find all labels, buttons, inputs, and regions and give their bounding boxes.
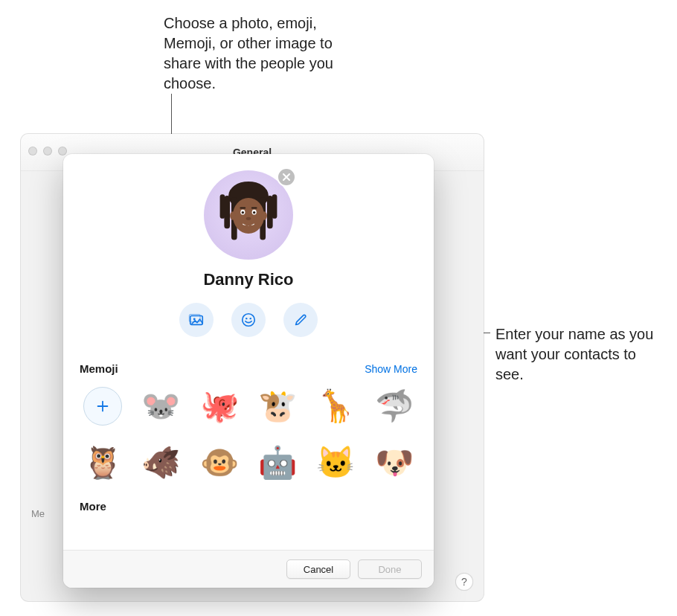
svg-rect-5 [220,194,225,219]
svg-point-22 [250,318,251,319]
svg-rect-1 [224,196,230,228]
cancel-button[interactable]: Cancel [286,559,350,579]
show-more-link[interactable]: Show More [365,363,417,375]
callout-enter-name: Enter your name as you want your contact… [495,324,667,385]
display-name: Danny Rico [80,270,417,289]
mouse-memoji[interactable]: 🐭 [140,385,182,427]
svg-rect-11 [251,207,257,208]
svg-point-8 [230,211,236,220]
edit-name-button[interactable] [283,303,318,337]
dialog-footer: Cancel Done [63,550,434,588]
clear-photo-button[interactable] [277,167,296,187]
choose-emoji-button[interactable] [231,303,266,337]
callout-choose-image: Choose a photo, emoji, Memoji, or other … [164,13,357,94]
svg-point-14 [242,211,244,214]
window-controls[interactable] [28,147,67,155]
done-button[interactable]: Done [358,559,422,579]
memoji-section-title: Memoji [80,362,118,375]
owl-memoji[interactable]: 🦉 [82,442,123,484]
emoji-icon [240,312,257,328]
close-icon [282,173,291,182]
robot-memoji[interactable]: 🤖 [257,442,298,484]
giraffe-memoji[interactable]: 🦒 [315,385,356,427]
memoji-section-header: Memoji Show More [63,362,434,375]
help-button[interactable]: ? [455,573,473,591]
dog-memoji[interactable]: 🐶 [373,442,415,484]
svg-point-15 [253,211,255,214]
add-memoji[interactable] [82,385,123,427]
svg-rect-6 [272,194,277,219]
octopus-memoji[interactable]: 🐙 [199,385,240,427]
zoom-window-button[interactable] [58,147,67,155]
boar-memoji[interactable]: 🐗 [140,442,182,484]
close-window-button[interactable] [28,147,37,155]
memoji-grid: 🐭🐙🐮🦒🦈🦉🐗🐵🤖🐱🐶 [63,375,434,485]
memoji-avatar-icon [213,174,284,256]
svg-point-16 [246,217,251,220]
minimize-window-button[interactable] [43,147,52,155]
svg-point-7 [233,198,264,234]
profile-photo-container [204,170,293,260]
svg-rect-10 [240,207,246,208]
action-row [80,303,417,337]
choose-photo-button[interactable] [179,303,214,337]
cat-memoji[interactable]: 🐱 [315,442,356,484]
cow-memoji[interactable]: 🐮 [257,385,298,427]
share-name-photo-dialog: Danny Rico [63,154,434,588]
svg-point-9 [261,211,267,220]
shark-memoji[interactable]: 🦈 [373,385,415,427]
svg-point-20 [243,314,255,327]
svg-point-21 [246,318,247,319]
background-label: Me [31,508,45,519]
plus-icon [83,387,122,426]
photo-icon [188,312,205,328]
more-section-title: More [63,485,434,513]
pencil-icon [292,312,309,328]
svg-rect-4 [267,196,273,228]
monkey-memoji[interactable]: 🐵 [199,442,240,484]
